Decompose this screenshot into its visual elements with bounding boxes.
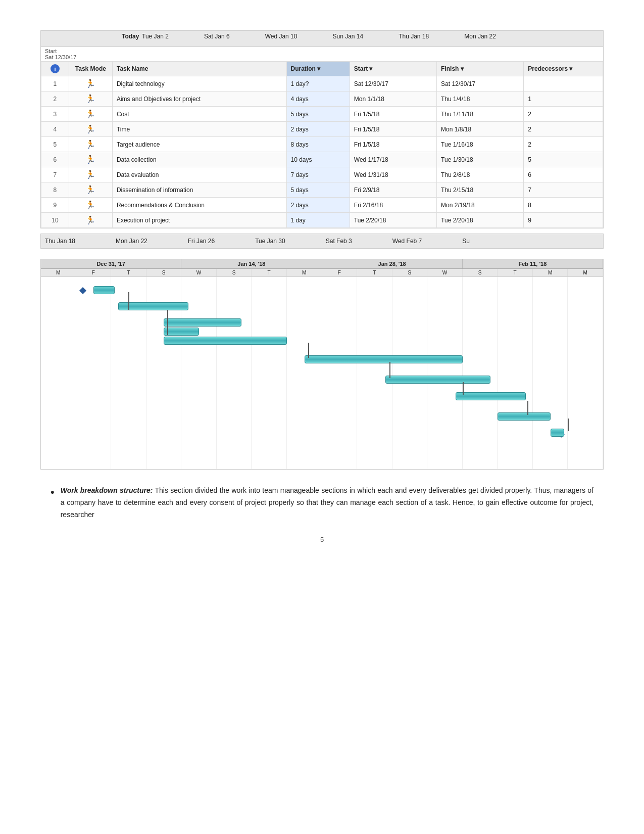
tl-date-1: Tue Jan 2 <box>142 33 169 40</box>
table-row: 6 🏃 Data collection 10 days Wed 1/17/18 … <box>41 152 603 167</box>
tl-date-5: Thu Jan 18 <box>399 33 429 40</box>
timeline-header: Today Tue Jan 2 Sat Jan 6 Wed Jan 10 Sun… <box>41 31 603 47</box>
row-pred: 9 <box>524 213 603 228</box>
bullet-section: • Work breakdown structure: This section… <box>40 485 604 521</box>
gantt-bar <box>93 286 115 294</box>
tl-date-2: Sat Jan 6 <box>204 33 230 40</box>
row-pred: 1 <box>524 91 603 107</box>
row-start: Fri 1/5/18 <box>350 137 436 152</box>
row-pred: 8 <box>524 198 603 213</box>
info-icon: i <box>51 64 60 73</box>
gantt-bar <box>305 355 463 363</box>
gantt-day-cell: S <box>217 269 252 276</box>
bullet-text-1: Work breakdown structure: This section d… <box>61 485 593 521</box>
col-header-duration: Duration ▾ <box>286 62 350 76</box>
row-finish: Thu 2/15/18 <box>437 182 524 198</box>
gantt-table-section: Today Tue Jan 2 Sat Jan 6 Wed Jan 10 Sun… <box>40 30 604 228</box>
row-task-name: Aims and Objectives for project <box>112 91 286 107</box>
tl2-date-7: Su <box>462 238 470 245</box>
task-mode-icon: 🏃 <box>85 79 95 88</box>
task-mode-icon: 🏃 <box>85 125 95 133</box>
gantt-day-cell: T <box>111 269 146 276</box>
bullet-item-1: • Work breakdown structure: This section… <box>51 485 593 521</box>
row-finish: Mon 1/8/18 <box>437 122 524 137</box>
row-duration: 5 days <box>286 182 350 198</box>
row-task-name: Data collection <box>112 152 286 167</box>
row-pred: 2 <box>524 137 603 152</box>
gantt-day-cell: M <box>41 269 76 276</box>
row-finish: Thu 1/4/18 <box>437 91 524 107</box>
row-duration: 10 days <box>286 152 350 167</box>
col-header-name: Task Name <box>112 62 286 76</box>
timeline-dates: Tue Jan 2 Sat Jan 6 Wed Jan 10 Sun Jan 1… <box>142 33 496 40</box>
row-mode: 🏃 <box>69 107 112 122</box>
col-header-finish: Finish ▾ <box>437 62 524 76</box>
tl-date-6: Mon Jan 22 <box>464 33 496 40</box>
row-pred <box>524 76 603 91</box>
row-pred: 5 <box>524 152 603 167</box>
row-mode: 🏃 <box>69 213 112 228</box>
gantt-day-row: MFTSWSTMFTSWSTMM <box>41 269 603 276</box>
row-start: Fri 1/5/18 <box>350 107 436 122</box>
col-header-pred: Predecessors ▾ <box>524 62 603 76</box>
row-finish: Thu 2/8/18 <box>437 167 524 182</box>
gantt-chart-body <box>41 277 603 469</box>
gantt-date-group: Feb 11, '18 <box>463 259 603 268</box>
tl2-date-6: Wed Feb 7 <box>392 238 422 245</box>
table-row: 8 🏃 Dissemination of information 5 days … <box>41 182 603 198</box>
gantt-day-cell: W <box>427 269 463 276</box>
tl-date-4: Sun Jan 14 <box>332 33 363 40</box>
row-finish: Tue 1/16/18 <box>437 137 524 152</box>
gantt-connector-line <box>167 310 168 335</box>
row-duration: 5 days <box>286 107 350 122</box>
gantt-date-row: Dec 31, '17Jan 14, '18Jan 28, '18Feb 11,… <box>41 259 603 269</box>
gantt-bar <box>164 318 241 327</box>
gantt-day-cell: S <box>392 269 428 276</box>
tl2-date-4: Tue Jan 30 <box>255 238 285 245</box>
row-finish: Tue 1/30/18 <box>437 152 524 167</box>
row-mode: 🏃 <box>69 152 112 167</box>
row-number: 4 <box>41 122 69 137</box>
gantt-day-cell: T <box>498 269 533 276</box>
row-number: 9 <box>41 198 69 213</box>
row-pred: 2 <box>524 122 603 137</box>
row-duration: 1 day <box>286 213 350 228</box>
gantt-connector-line <box>128 292 129 310</box>
row-number: 8 <box>41 182 69 198</box>
row-task-name: Time <box>112 122 286 137</box>
table-row: 9 🏃 Recommendations & Conclusion 2 days … <box>41 198 603 213</box>
row-number: 6 <box>41 152 69 167</box>
gantt-day-cell: S <box>463 269 498 276</box>
gantt-day-cell: F <box>322 269 358 276</box>
task-mode-icon: 🏃 <box>85 186 95 194</box>
row-start: Wed 1/31/18 <box>350 167 436 182</box>
row-finish: Tue 2/20/18 <box>437 213 524 228</box>
gantt-date-group: Jan 14, '18 <box>181 259 322 268</box>
row-task-name: Target audience <box>112 137 286 152</box>
table-row: 7 🏃 Data evaluation 7 days Wed 1/31/18 T… <box>41 167 603 182</box>
col-header-start: Start ▾ <box>350 62 436 76</box>
gantt-day-cell: T <box>357 269 392 276</box>
col-header-mode: Task Mode <box>69 62 112 76</box>
gantt-connector-line <box>527 401 528 415</box>
col-header-info: i <box>41 62 69 76</box>
row-task-name: Cost <box>112 107 286 122</box>
row-mode: 🏃 <box>69 167 112 182</box>
row-pred: 6 <box>524 167 603 182</box>
gantt-bar <box>456 392 526 400</box>
gantt-chart-section: Dec 31, '17Jan 14, '18Jan 28, '18Feb 11,… <box>40 259 604 470</box>
row-number: 2 <box>41 91 69 107</box>
gantt-day-cell: M <box>568 269 603 276</box>
task-mode-icon: 🏃 <box>85 140 95 149</box>
row-start: Wed 1/17/18 <box>350 152 436 167</box>
task-mode-icon: 🏃 <box>85 170 95 179</box>
row-mode: 🏃 <box>69 122 112 137</box>
table-row: 4 🏃 Time 2 days Fri 1/5/18 Mon 1/8/18 2 <box>41 122 603 137</box>
row-mode: 🏃 <box>69 91 112 107</box>
table-row: 2 🏃 Aims and Objectives for project 4 da… <box>41 91 603 107</box>
row-duration: 1 day? <box>286 76 350 91</box>
gantt-milestone-diamond <box>79 287 86 294</box>
gantt-connector-line <box>389 362 390 378</box>
row-task-name: Recommendations & Conclusion <box>112 198 286 213</box>
gantt-bar <box>385 376 491 384</box>
